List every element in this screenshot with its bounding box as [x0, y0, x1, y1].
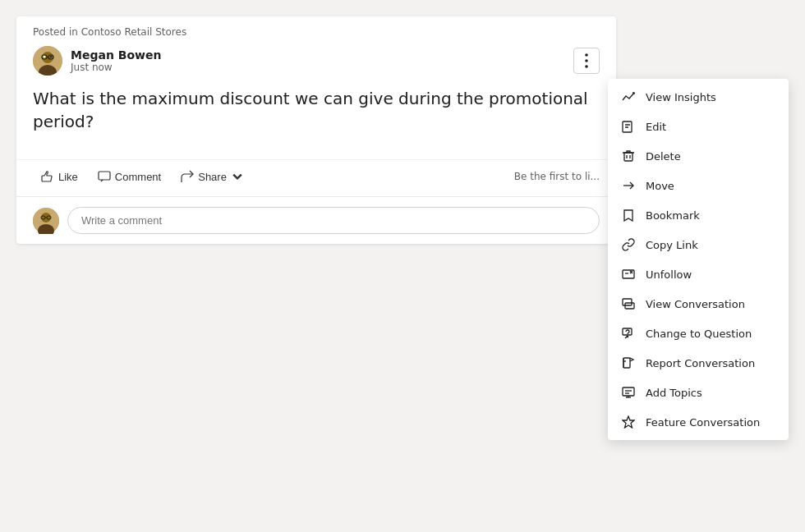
svg-rect-19: [624, 153, 632, 161]
link-icon: [621, 237, 636, 252]
author-name: Megan Bowen: [71, 48, 161, 62]
menu-item-report-conversation[interactable]: Report Conversation: [608, 348, 789, 378]
menu-label-bookmark: Bookmark: [646, 209, 700, 222]
move-icon: [621, 178, 636, 193]
menu-label-view-conversation: View Conversation: [646, 298, 745, 310]
like-status: Be the first to li...: [514, 171, 600, 182]
menu-item-feature-conversation[interactable]: Feature Conversation: [608, 407, 789, 437]
svg-rect-11: [99, 172, 110, 180]
author-details: Megan Bowen Just now: [71, 48, 161, 73]
menu-item-edit[interactable]: Edit: [608, 112, 789, 141]
menu-label-change-to-question: Change to Question: [646, 328, 752, 340]
menu-label-move: Move: [646, 180, 674, 192]
share-icon: [181, 170, 194, 183]
author-time: Just now: [71, 62, 161, 73]
like-label: Like: [58, 171, 78, 183]
menu-item-view-conversation[interactable]: View Conversation: [608, 289, 789, 319]
like-icon: [41, 170, 54, 183]
share-label: Share: [198, 171, 227, 183]
bookmark-icon: [621, 208, 636, 222]
post-location: Posted in Contoso Retail Stores: [16, 16, 616, 41]
menu-label-edit: Edit: [646, 121, 666, 133]
svg-point-8: [585, 53, 588, 57]
svg-point-3: [44, 56, 46, 58]
menu-label-delete: Delete: [646, 150, 681, 163]
action-buttons: Like Comment Share: [33, 167, 252, 186]
menu-label-view-insights: View Insights: [646, 91, 716, 103]
star-icon: [621, 415, 636, 429]
chart-icon: [621, 89, 636, 104]
post-actions: Like Comment Share Be the first: [16, 159, 616, 196]
post-card: Posted in Contoso Retail Stores Megan Bo…: [16, 16, 616, 244]
menu-label-report-conversation: Report Conversation: [646, 357, 755, 369]
menu-label-feature-conversation: Feature Conversation: [646, 416, 760, 429]
menu-item-bookmark[interactable]: Bookmark: [608, 200, 789, 230]
post-body: What is the maximum discount we can give…: [16, 84, 616, 159]
menu-label-unfollow: Unfollow: [646, 268, 692, 281]
svg-rect-28: [623, 358, 630, 368]
svg-rect-24: [623, 299, 632, 305]
question-icon: [621, 326, 636, 341]
chevron-down-icon: [231, 170, 244, 183]
menu-item-view-insights[interactable]: View Insights: [608, 82, 789, 112]
menu-label-copy-link: Copy Link: [646, 239, 698, 251]
comment-input[interactable]: [67, 207, 600, 234]
comment-icon: [98, 170, 111, 183]
comment-button[interactable]: Comment: [90, 167, 169, 186]
more-options-button[interactable]: [573, 48, 600, 74]
menu-item-move[interactable]: Move: [608, 171, 789, 200]
topics-icon: [621, 385, 636, 400]
svg-point-4: [50, 56, 53, 58]
report-icon: [621, 355, 636, 370]
author-info: Megan Bowen Just now: [33, 46, 161, 76]
share-button[interactable]: Share: [172, 167, 252, 186]
avatar: [33, 46, 62, 76]
menu-item-add-topics[interactable]: Add Topics: [608, 378, 789, 407]
menu-item-change-to-question[interactable]: Change to Question: [608, 319, 789, 348]
context-menu: View Insights Edit Delete: [608, 79, 789, 440]
svg-point-9: [585, 59, 588, 62]
svg-marker-36: [623, 416, 634, 428]
comment-label: Comment: [115, 171, 161, 183]
conversation-icon: [621, 296, 636, 311]
commenter-avatar: [33, 208, 59, 234]
post-author-row: Megan Bowen Just now: [16, 41, 616, 84]
like-button[interactable]: Like: [33, 167, 86, 186]
svg-point-27: [627, 336, 628, 337]
menu-item-copy-link[interactable]: Copy Link: [608, 230, 789, 259]
svg-rect-31: [623, 388, 634, 396]
post-question: What is the maximum discount we can give…: [33, 87, 600, 133]
edit-icon: [621, 119, 636, 134]
menu-label-add-topics: Add Topics: [646, 387, 702, 399]
menu-item-delete[interactable]: Delete: [608, 141, 789, 171]
menu-item-unfollow[interactable]: Unfollow: [608, 259, 789, 289]
unfollow-icon: [621, 267, 636, 282]
svg-point-10: [585, 65, 588, 68]
comment-section: [16, 196, 616, 244]
delete-icon: [621, 149, 636, 163]
